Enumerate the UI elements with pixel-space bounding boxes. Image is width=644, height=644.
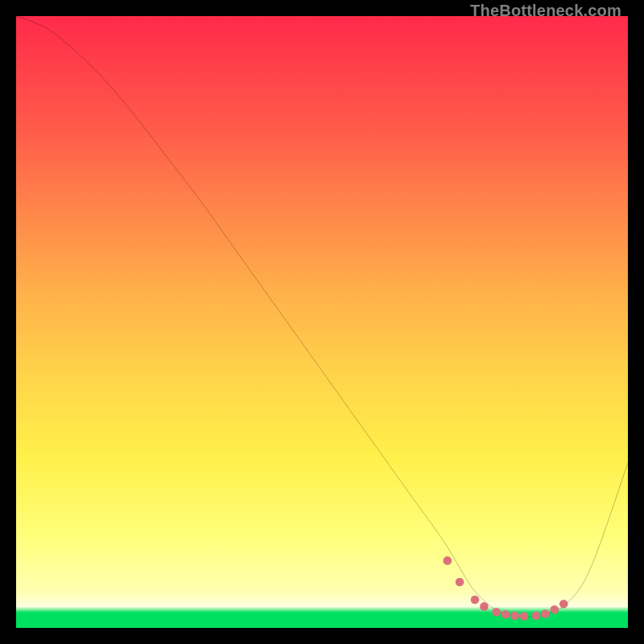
marker-dot — [559, 600, 568, 609]
marker-dot — [502, 610, 510, 619]
marker-dot — [541, 609, 550, 618]
marker-dot — [480, 602, 489, 611]
marker-dot — [510, 611, 519, 620]
marker-dot — [471, 596, 480, 605]
curve-layer — [16, 16, 628, 628]
marker-group — [443, 556, 568, 621]
marker-dot — [550, 605, 559, 614]
marker-dot — [443, 556, 452, 565]
marker-dot — [456, 578, 464, 587]
bottleneck-curve — [16, 16, 628, 617]
frame: TheBottleneck.com — [0, 0, 644, 644]
marker-dot — [492, 608, 501, 617]
marker-dot — [532, 611, 541, 620]
marker-dot — [519, 612, 528, 621]
